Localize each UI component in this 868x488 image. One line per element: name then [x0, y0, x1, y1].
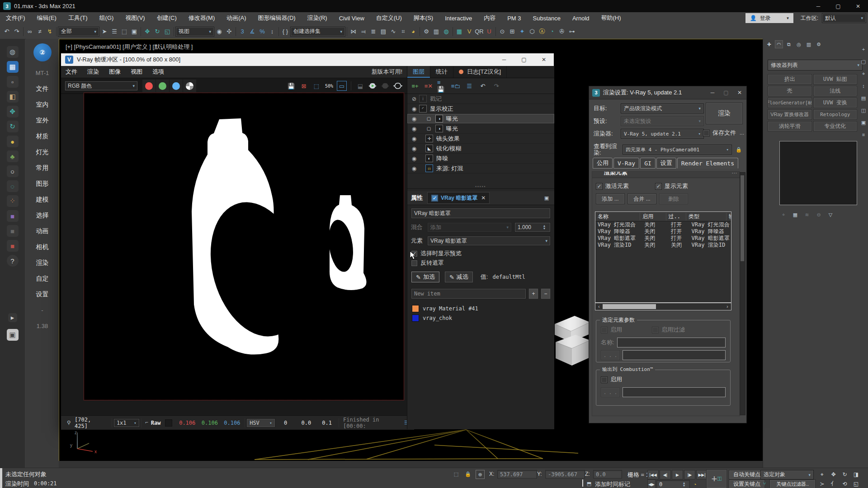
modifier-extrude-button[interactable]: 挤出: [768, 74, 812, 84]
mass-fx-icon[interactable]: ⬡: [527, 27, 537, 37]
select-link-icon[interactable]: ∞: [25, 27, 35, 37]
scrollbar-thumb[interactable]: [603, 304, 656, 309]
rect-region-icon[interactable]: ⬚: [119, 27, 129, 37]
rendered-image[interactable]: [84, 93, 404, 400]
update-available-notice[interactable]: 新版本可用!: [371, 68, 402, 76]
modifier-vray-displace-button[interactable]: VRay 置换修改器: [768, 109, 812, 120]
dialog-close-button[interactable]: ✕: [733, 87, 746, 99]
load-layers-icon[interactable]: ≡🗀: [451, 81, 461, 91]
remove-modifier-icon[interactable]: ⊖: [815, 211, 823, 219]
menu-lines-icon[interactable]: ≡: [859, 131, 868, 139]
blend-amount-spinner[interactable]: 1.000▲▼: [514, 222, 551, 232]
display-elements-checkbox[interactable]: [655, 183, 662, 190]
clear-image-icon[interactable]: ⊠: [299, 81, 309, 91]
eye-icon[interactable]: ◉: [409, 145, 419, 152]
add-select-button[interactable]: ✎加选: [411, 271, 440, 283]
auto-key-button[interactable]: 自动关键点: [729, 470, 765, 479]
eye-icon[interactable]: ◉: [409, 116, 419, 122]
layer-row-denoise[interactable]: ◉ ◐ 降噪: [407, 154, 554, 164]
red-box-icon[interactable]: ■: [7, 240, 19, 252]
sidebar-item-shape[interactable]: 图形: [26, 176, 59, 192]
layer-row-lens-effects[interactable]: ◉ ✛ 镜头效果: [407, 134, 554, 144]
vfb-menu-options[interactable]: 选项: [152, 68, 164, 76]
vfb-minimize-button[interactable]: ─: [494, 54, 514, 66]
viewport-label[interactable]: [+] [PhysCamera001] [用户定义 ] [默认明暗处理 ]: [66, 43, 193, 51]
menu-modifiers[interactable]: 修改器(M): [183, 14, 221, 22]
target-dropdown[interactable]: 产品级渲染模式: [621, 103, 704, 113]
vfb-menu-view[interactable]: 视图: [131, 68, 142, 76]
display-tab-icon[interactable]: ▥: [805, 40, 813, 48]
menu-civil-view[interactable]: Civil View: [333, 15, 370, 22]
sidebar-item-file[interactable]: 文件: [26, 81, 59, 97]
layers-redo-icon[interactable]: ↷: [491, 81, 501, 91]
mini-listener[interactable]: [0, 468, 2, 488]
sidebar-item-render[interactable]: 渲染: [26, 255, 59, 271]
render-last-teapot-icon[interactable]: [368, 82, 378, 89]
save-image-icon[interactable]: 💾: [286, 81, 296, 91]
go-to-start-button[interactable]: |◀◀: [647, 470, 659, 479]
vfb-menu-image[interactable]: 图像: [109, 68, 121, 76]
combustion-browse-button[interactable]: . . .: [601, 387, 620, 397]
modifier-floorgen-button[interactable]: FloorGenerator[材: [768, 98, 812, 108]
modifier-shell-button[interactable]: 壳: [768, 86, 812, 96]
z-coordinate-field[interactable]: 0.0: [593, 470, 622, 479]
save-file-checkbox[interactable]: [703, 130, 710, 136]
menu-edit[interactable]: 编辑(E): [31, 14, 62, 22]
hsv-dropdown[interactable]: HSV: [246, 418, 275, 427]
rotate-tool-icon[interactable]: ↻: [7, 121, 19, 132]
menu-file[interactable]: 文件(F): [0, 14, 31, 22]
select-by-name-icon[interactable]: ☰: [109, 27, 119, 37]
use-pivot-icon[interactable]: ◉: [214, 27, 224, 37]
set-key-button[interactable]: 设置关键点: [729, 479, 765, 488]
dialog-maximize-button[interactable]: ▢: [719, 87, 733, 99]
angle-snap-icon[interactable]: ∡: [247, 27, 257, 37]
dialog-minimize-button[interactable]: ─: [706, 87, 719, 99]
elements-rollout-title[interactable]: 渲染元素: [604, 172, 627, 177]
scene-explorer-icon[interactable]: ⊞: [507, 27, 517, 37]
key-mode-toggle[interactable]: ◀▶: [647, 479, 656, 488]
material-list-item[interactable]: vray Material #41: [411, 304, 551, 313]
teapot-dimmed-icon[interactable]: [381, 82, 391, 89]
vertical-scrollbar[interactable]: [740, 172, 745, 415]
play-button[interactable]: ▶: [672, 470, 683, 479]
window-close-button[interactable]: ✕: [848, 0, 868, 12]
pin-stack-icon[interactable]: ⌖: [779, 211, 788, 219]
prev-frame-button[interactable]: ◀|: [660, 470, 671, 479]
viewport-layout-icon[interactable]: ▣: [7, 329, 19, 341]
view-to-render-dropdown[interactable]: 四元菜单 4 - PhysCamera001: [623, 145, 732, 155]
utilities-tab-icon[interactable]: ⚙: [815, 40, 823, 48]
region-cube-icon[interactable]: ⬓: [355, 81, 365, 91]
modifier-uvw-xform-button[interactable]: UVW 变换: [813, 98, 858, 108]
layer-manager-icon[interactable]: ≣: [368, 27, 378, 37]
field-of-view-icon[interactable]: ≻: [816, 479, 828, 488]
remove-item-button[interactable]: −: [541, 288, 551, 299]
renderer-dropdown[interactable]: V-Ray 5, update 2.1: [621, 129, 704, 139]
eye-icon[interactable]: ◉: [409, 106, 419, 112]
edit-named-sets-icon[interactable]: { }: [280, 27, 290, 37]
plant-icon[interactable]: ♣: [7, 150, 19, 162]
vfb-menu-file[interactable]: 文件: [66, 68, 77, 76]
modifier-stack-list[interactable]: [779, 141, 857, 205]
eye-icon[interactable]: ◉: [409, 165, 419, 172]
enable-filter-checkbox[interactable]: [652, 327, 659, 333]
menu-pm3[interactable]: PM 3: [501, 15, 527, 22]
material-ball-icon[interactable]: ●: [7, 136, 19, 147]
orbit-icon[interactable]: ↻: [839, 470, 850, 479]
lock-view-icon[interactable]: 🔒: [735, 145, 743, 154]
tab-render-elements[interactable]: Render Elements: [677, 158, 738, 169]
menu-rendering[interactable]: 渲染(R): [302, 14, 333, 22]
sidebar-item-interior[interactable]: 室内: [26, 97, 59, 113]
delete-layer-icon[interactable]: ≡✕: [424, 81, 434, 91]
sidebar-item-exterior[interactable]: 室外: [26, 113, 59, 128]
browse-button[interactable]: . . .: [601, 350, 620, 360]
x-coordinate-field[interactable]: 537.697: [497, 470, 537, 479]
zoom-icon[interactable]: ⌖: [816, 470, 828, 479]
redo-icon[interactable]: ↷: [12, 27, 22, 37]
teapot-outline-icon[interactable]: [393, 82, 403, 89]
maximize-viewport-icon[interactable]: ◱: [850, 479, 862, 488]
vfb-close-button[interactable]: ✕: [534, 54, 554, 66]
hierarchy-tab-icon[interactable]: ⧉: [785, 40, 793, 48]
box-icon[interactable]: ◧: [7, 91, 19, 103]
tile-icon[interactable]: ▫: [7, 76, 19, 88]
spinner-snap-icon[interactable]: ↕: [267, 27, 277, 37]
